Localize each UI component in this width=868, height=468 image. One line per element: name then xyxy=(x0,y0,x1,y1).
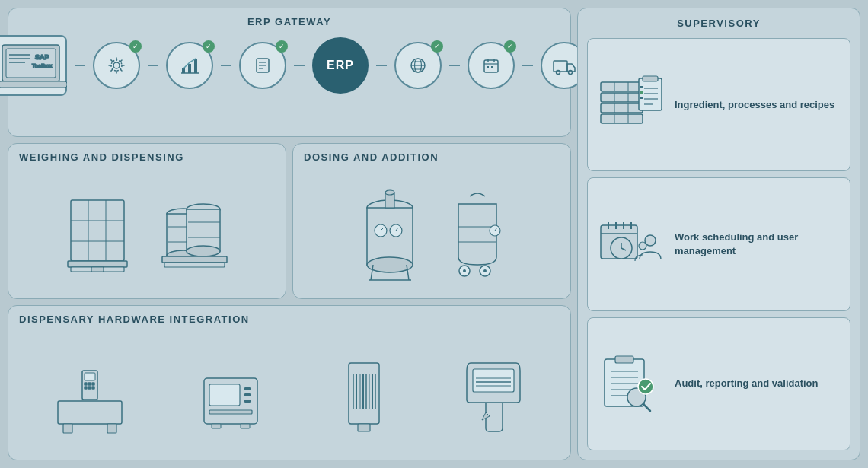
svg-rect-122 xyxy=(85,387,87,389)
chart-node: ✓ xyxy=(166,42,213,89)
sap-toolbox-box: SAP Toolbox xyxy=(0,35,67,96)
svg-rect-27 xyxy=(487,66,489,68)
check-badge-3: ✓ xyxy=(276,40,288,53)
large-vessel-icon xyxy=(352,189,428,284)
svg-rect-51 xyxy=(640,91,643,94)
gear-node: ✓ xyxy=(93,42,140,89)
svg-rect-127 xyxy=(244,387,251,390)
gear-icon xyxy=(104,53,129,78)
svg-rect-44 xyxy=(639,78,662,110)
svg-text:Toolbox: Toolbox xyxy=(32,63,53,68)
sup-card-ingredients: Ingredient, processes and recipes xyxy=(587,38,850,171)
calendar-node: ✓ xyxy=(468,42,515,89)
scheduling-icon xyxy=(597,214,665,275)
chart-icon xyxy=(177,53,202,78)
sup-card-scheduling: Work scheduling and user management xyxy=(587,177,850,310)
svg-text:SAP: SAP xyxy=(35,53,49,61)
svg-rect-74 xyxy=(71,200,124,261)
svg-rect-131 xyxy=(212,424,221,428)
weighing-panel: WEIGHING AND DISPENSING xyxy=(8,143,286,299)
svg-point-112 xyxy=(463,269,466,272)
dispensary-title: DISPENSARY HARDWARE INTEGRATION xyxy=(19,314,560,325)
svg-rect-10 xyxy=(182,68,185,73)
erp-gateway-title: ERP GATEWAY xyxy=(247,16,331,27)
svg-point-96 xyxy=(367,257,413,272)
svg-rect-29 xyxy=(554,61,567,72)
svg-rect-95 xyxy=(367,208,413,265)
connector-2 xyxy=(148,65,158,66)
main-layout: ERP GATEWAY xyxy=(0,0,868,468)
weighing-title: WEIGHING AND DISPENSING xyxy=(19,151,275,163)
list-icon xyxy=(251,53,275,78)
svg-line-72 xyxy=(643,404,650,411)
ingredients-text: Ingredient, processes and recipes xyxy=(675,98,834,112)
check-badge-5: ✓ xyxy=(504,40,516,53)
svg-rect-32 xyxy=(601,82,643,91)
list-node: ✓ xyxy=(239,42,286,89)
svg-rect-5 xyxy=(0,81,67,88)
dosing-panel: DOSING AND ADDITION xyxy=(292,143,571,299)
svg-point-89 xyxy=(187,246,220,256)
svg-rect-45 xyxy=(643,76,658,81)
dosing-content xyxy=(304,167,560,284)
svg-rect-33 xyxy=(601,93,643,102)
svg-rect-28 xyxy=(491,66,493,68)
svg-rect-115 xyxy=(63,424,72,433)
audit-icon xyxy=(597,353,665,414)
svg-rect-65 xyxy=(615,356,633,363)
svg-point-31 xyxy=(569,71,573,75)
svg-rect-93 xyxy=(164,263,225,267)
calendar-icon xyxy=(479,53,503,78)
svg-point-113 xyxy=(483,269,487,272)
globe-circle: ✓ xyxy=(394,42,442,89)
scheduling-text: Work scheduling and user management xyxy=(675,231,841,258)
connector-4 xyxy=(294,65,305,66)
connector-1 xyxy=(75,65,85,66)
svg-point-98 xyxy=(385,190,394,195)
connector-5 xyxy=(376,65,387,66)
svg-rect-119 xyxy=(85,383,87,385)
supervisory-panel: SUPERVISORY xyxy=(577,8,860,460)
svg-rect-52 xyxy=(640,97,643,99)
svg-rect-120 xyxy=(88,383,91,385)
svg-rect-124 xyxy=(92,387,94,389)
globe-node: ✓ xyxy=(394,42,442,89)
sup-card-audit: Audit, reporting and validation xyxy=(587,317,850,450)
dosing-title: DOSING AND ADDITION xyxy=(304,151,560,163)
svg-rect-50 xyxy=(640,86,643,88)
svg-rect-128 xyxy=(244,393,251,396)
weighing-content xyxy=(19,167,275,284)
svg-rect-142 xyxy=(358,424,370,431)
label-printer-icon xyxy=(193,355,269,439)
check-badge-4: ✓ xyxy=(431,40,443,53)
svg-rect-114 xyxy=(58,401,122,424)
barcode-device-icon xyxy=(333,355,394,439)
globe-icon xyxy=(406,53,430,78)
svg-rect-92 xyxy=(162,256,227,263)
truck-icon xyxy=(550,53,578,78)
svg-rect-116 xyxy=(107,424,116,433)
scheduling-icon-area xyxy=(597,214,665,275)
connector-7 xyxy=(522,65,533,66)
ingredients-icon-area xyxy=(597,75,665,135)
erp-icons-row: SAP Toolbox ✓ xyxy=(0,35,588,96)
erp-label: ERP xyxy=(327,59,354,72)
laptop-icon: SAP Toolbox xyxy=(0,41,67,94)
svg-rect-132 xyxy=(241,424,250,428)
svg-rect-12 xyxy=(194,59,197,73)
left-bottom-col: WEIGHING AND DISPENSING xyxy=(8,143,571,460)
erp-gateway-panel: ERP GATEWAY xyxy=(8,8,571,137)
connector-3 xyxy=(221,65,231,66)
check-badge-1: ✓ xyxy=(129,40,142,53)
check-badge-2: ✓ xyxy=(203,40,215,53)
calendar-circle: ✓ xyxy=(468,42,515,89)
connector-6 xyxy=(449,65,460,66)
svg-rect-121 xyxy=(92,383,94,385)
dispensary-content xyxy=(19,330,560,446)
svg-rect-144 xyxy=(473,369,514,392)
svg-rect-123 xyxy=(88,387,91,389)
svg-rect-35 xyxy=(601,114,643,123)
svg-point-30 xyxy=(557,71,560,75)
svg-point-63 xyxy=(639,242,646,250)
svg-rect-11 xyxy=(188,64,191,73)
